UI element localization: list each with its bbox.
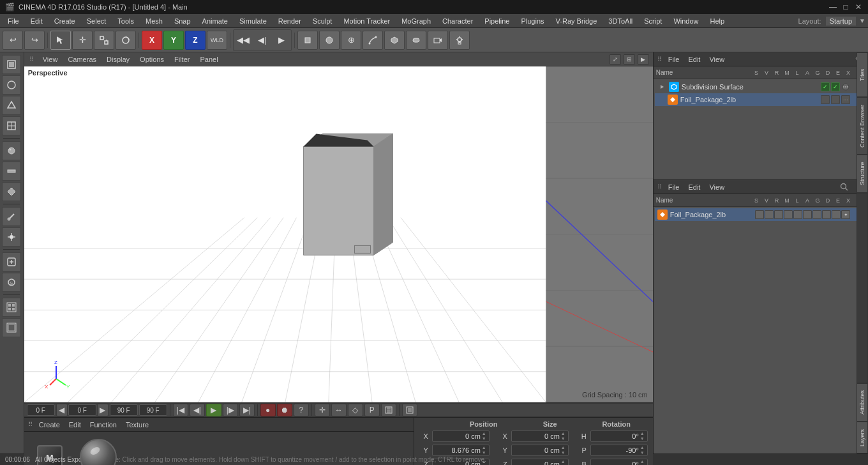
foil-b-icon-6[interactable] [803, 210, 812, 219]
minimize-button[interactable]: — [828, 3, 837, 11]
tab-layers[interactable]: Layers [857, 422, 868, 454]
tab-tites[interactable]: Tites [857, 52, 868, 97]
prop-rot-h-down[interactable]: ▼ [640, 436, 645, 441]
left-tool-4[interactable] [2, 116, 21, 135]
objects-menu-file[interactable]: File [666, 54, 682, 65]
timeline-nav-minus[interactable]: ◀ [56, 404, 68, 416]
timeline-goto-end[interactable]: ▶| [239, 404, 255, 416]
world-coords-button[interactable]: WLD [207, 31, 227, 50]
menu-motion-tracker[interactable]: Motion Tracker [338, 16, 395, 26]
obj-bottom-search-icon[interactable] [840, 183, 849, 192]
menu-plugins[interactable]: Plugins [516, 16, 549, 26]
material-menu-create[interactable]: Create [36, 420, 63, 430]
menu-pipeline[interactable]: Pipeline [479, 16, 514, 26]
timeline-key-info[interactable]: ? [294, 404, 309, 416]
viewport[interactable]: Perspective Grid Spacing : 10 cm X Y Z [24, 66, 653, 402]
left-tool-5[interactable] [2, 141, 21, 160]
obj-bottom-view[interactable]: View [707, 182, 727, 192]
prop-size-x-field[interactable]: 0 cm ▲▼ [511, 431, 569, 442]
vp-menu-view[interactable]: View [40, 54, 61, 65]
obj-bottom-edit[interactable]: Edit [685, 182, 703, 192]
left-tool-2[interactable] [2, 75, 21, 95]
left-tool-13[interactable] [2, 318, 21, 337]
timeline-auto-tangent[interactable]: P [364, 404, 380, 416]
left-tool-9[interactable] [2, 227, 21, 247]
vp-fullscreen-button[interactable]: ⤢ [610, 54, 621, 65]
timeline-current-frame-input[interactable] [68, 404, 96, 416]
foil-b-icon-5[interactable] [793, 210, 802, 219]
playback-play-button[interactable]: ▶ [273, 31, 290, 50]
select-mode-button[interactable] [50, 31, 71, 50]
layout-selector[interactable]: Startup [825, 16, 857, 26]
prop-size-y-down[interactable]: ▼ [561, 450, 565, 455]
prop-rot-h-up[interactable]: ▲ [640, 431, 645, 436]
obj-bottom-file[interactable]: File [666, 182, 682, 192]
menu-tools[interactable]: Tools [112, 16, 139, 26]
foil-b-icon-3[interactable] [774, 210, 783, 219]
left-tool-11[interactable]: S [2, 273, 21, 292]
subdivision-expand-icon[interactable] [657, 82, 666, 91]
foil-icon-2[interactable] [831, 95, 840, 104]
timeline-goto-start[interactable]: |◀ [173, 404, 188, 416]
menu-vray[interactable]: V-Ray Bridge [551, 16, 602, 26]
prop-pos-x-up[interactable]: ▲ [482, 431, 486, 436]
prop-pos-y-down[interactable]: ▼ [482, 450, 486, 455]
foil-b-icon-9[interactable] [832, 210, 841, 219]
timeline-end-input[interactable] [110, 404, 138, 416]
prop-size-y-field[interactable]: 0 cm ▲▼ [511, 445, 569, 456]
menu-file[interactable]: File [3, 16, 24, 26]
objects-menu-edit[interactable]: Edit [685, 54, 703, 65]
subdiv-more-btn[interactable] [841, 82, 850, 91]
timeline-record[interactable]: ● [260, 404, 276, 416]
prop-size-x-down[interactable]: ▼ [561, 436, 565, 441]
axis-y-button[interactable]: Y [163, 31, 184, 50]
material-menu-texture[interactable]: Texture [123, 420, 151, 430]
menu-mograph[interactable]: MoGraph [396, 16, 436, 26]
left-tool-10[interactable] [2, 252, 21, 271]
prop-pos-y-up[interactable]: ▲ [482, 445, 486, 450]
move-mode-button[interactable]: ✛ [72, 31, 93, 50]
close-button[interactable]: ✕ [854, 3, 863, 11]
vp-menu-cameras[interactable]: Cameras [65, 54, 99, 65]
tab-attributes[interactable]: Attributes [857, 383, 868, 422]
timeline-play[interactable]: ▶ [206, 404, 221, 416]
left-tool-6[interactable] [2, 162, 21, 181]
prop-rot-p-down[interactable]: ▼ [640, 450, 645, 455]
layout-dropdown-icon[interactable]: ▼ [859, 17, 865, 24]
timeline-step-back[interactable]: ◀| [190, 404, 205, 416]
timeline-nav-plus[interactable]: ▶ [97, 404, 108, 416]
playback-step-back-button[interactable]: ◀| [253, 31, 271, 50]
foil-icon-1[interactable] [821, 95, 830, 104]
prop-rot-p-up[interactable]: ▲ [640, 445, 645, 450]
timeline-options[interactable] [402, 404, 417, 416]
prop-rot-h-field[interactable]: 0° ▲▼ [590, 431, 648, 442]
material-item-vr-foil[interactable]: VR_foil [78, 439, 119, 466]
timeline-ruler[interactable]: 0 5 10 15 20 25 30 35 40 45 50 55 60 65 [24, 403, 653, 404]
scale-mode-button[interactable] [94, 31, 114, 50]
spline-tool-button[interactable] [363, 31, 383, 50]
menu-character[interactable]: Character [437, 16, 478, 26]
prop-size-y-up[interactable]: ▲ [561, 445, 565, 450]
objects-menu-view[interactable]: View [707, 54, 727, 65]
prop-pos-y-field[interactable]: 8.676 cm ▲▼ [432, 445, 490, 456]
timeline-total-input[interactable] [139, 404, 167, 416]
menu-select[interactable]: Select [82, 16, 112, 26]
menu-animate[interactable]: Animate [197, 16, 233, 26]
timeline-key[interactable]: ◇ [348, 404, 363, 416]
timeline-start-input[interactable] [27, 404, 55, 416]
timeline-keys-view[interactable] [381, 404, 396, 416]
prop-rot-p-field[interactable]: -90° ▲▼ [590, 445, 648, 456]
foil-b-icon-8[interactable] [822, 210, 831, 219]
menu-script[interactable]: Script [639, 16, 667, 26]
object-row-subdivision[interactable]: Subdivision Surface ✓ ✓ [655, 80, 867, 93]
subdiv-render-btn[interactable]: ✓ [831, 82, 840, 91]
menu-edit[interactable]: Edit [26, 16, 48, 26]
left-tool-8[interactable] [2, 207, 21, 226]
foil-b-icon-7[interactable] [812, 210, 821, 219]
generator-tool-button[interactable] [384, 31, 405, 50]
vp-menu-panel[interactable]: Panel [197, 54, 220, 65]
vp-render-button[interactable]: ▶ [638, 54, 649, 65]
maximize-button[interactable]: □ [841, 3, 850, 11]
menu-simulate[interactable]: Simulate [234, 16, 272, 26]
sphere-tool-button[interactable] [319, 31, 340, 50]
